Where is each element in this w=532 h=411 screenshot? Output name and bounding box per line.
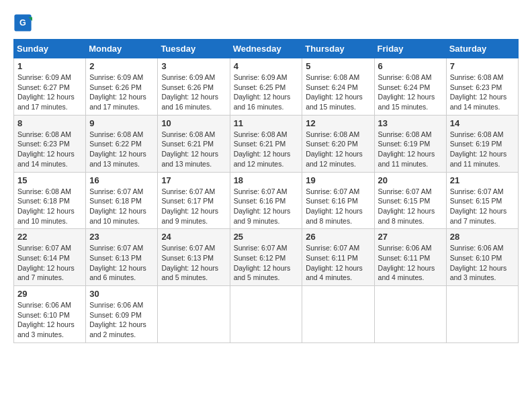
day-info: Sunrise: 6:06 AM Sunset: 6:10 PM Dayligh… — [450, 243, 515, 283]
day-number: 7 — [450, 61, 515, 71]
calendar-day-cell: 17 Sunrise: 6:07 AM Sunset: 6:17 PM Dayl… — [158, 172, 230, 229]
day-number: 2 — [89, 61, 154, 71]
sunrise-label: Sunrise: 6:07 AM — [234, 187, 287, 195]
daylight-label: Daylight: 12 hours — [378, 93, 435, 101]
sunset-label: Sunset: 6:23 PM — [17, 140, 70, 148]
page-header: G — [13, 13, 519, 32]
day-info: Sunrise: 6:08 AM Sunset: 6:23 PM Dayligh… — [17, 130, 82, 169]
daylight-label: Daylight: 12 hours — [234, 93, 291, 101]
daylight-label: Daylight: 12 hours — [234, 150, 291, 158]
sunset-label: Sunset: 6:24 PM — [306, 83, 358, 91]
sunrise-label: Sunrise: 6:07 AM — [306, 187, 359, 195]
calendar-day-cell: 29 Sunrise: 6:06 AM Sunset: 6:10 PM Dayl… — [14, 286, 86, 343]
sunset-label: Sunset: 6:22 PM — [89, 140, 142, 148]
sunrise-label: Sunrise: 6:08 AM — [17, 187, 71, 195]
sunset-label: Sunset: 6:18 PM — [89, 197, 142, 205]
day-info: Sunrise: 6:06 AM Sunset: 6:09 PM Dayligh… — [89, 300, 154, 340]
daylight-minutes: and 9 minutes. — [234, 217, 280, 225]
day-info: Sunrise: 6:07 AM Sunset: 6:13 PM Dayligh… — [161, 243, 226, 283]
daylight-minutes: and 11 minutes. — [450, 160, 500, 168]
sunrise-label: Sunrise: 6:07 AM — [161, 187, 215, 195]
calendar-day-cell: 12 Sunrise: 6:08 AM Sunset: 6:20 PM Dayl… — [302, 115, 374, 172]
sunrise-label: Sunrise: 6:08 AM — [378, 73, 432, 81]
day-number: 9 — [89, 118, 154, 128]
calendar-week-row: 15 Sunrise: 6:08 AM Sunset: 6:18 PM Dayl… — [14, 172, 519, 229]
daylight-minutes: and 15 minutes. — [306, 103, 356, 111]
calendar-week-row: 29 Sunrise: 6:06 AM Sunset: 6:10 PM Dayl… — [14, 286, 519, 343]
day-number: 30 — [89, 289, 154, 299]
calendar-day-cell: 19 Sunrise: 6:07 AM Sunset: 6:16 PM Dayl… — [302, 172, 374, 229]
sunrise-label: Sunrise: 6:09 AM — [161, 73, 215, 81]
daylight-minutes: and 12 minutes. — [306, 160, 356, 168]
day-info: Sunrise: 6:06 AM Sunset: 6:10 PM Dayligh… — [17, 300, 82, 340]
sunrise-label: Sunrise: 6:07 AM — [161, 244, 215, 252]
daylight-label: Daylight: 12 hours — [17, 320, 75, 328]
calendar-day-cell: 10 Sunrise: 6:08 AM Sunset: 6:21 PM Dayl… — [158, 115, 230, 172]
daylight-label: Daylight: 12 hours — [378, 207, 435, 215]
day-info: Sunrise: 6:07 AM Sunset: 6:16 PM Dayligh… — [234, 187, 299, 226]
day-info: Sunrise: 6:07 AM Sunset: 6:17 PM Dayligh… — [161, 187, 226, 226]
day-number: 11 — [234, 118, 299, 128]
sunset-label: Sunset: 6:12 PM — [234, 254, 286, 262]
calendar-week-row: 8 Sunrise: 6:08 AM Sunset: 6:23 PM Dayli… — [14, 115, 519, 172]
day-number: 3 — [161, 61, 226, 71]
day-info: Sunrise: 6:07 AM Sunset: 6:14 PM Dayligh… — [17, 243, 82, 283]
day-info: Sunrise: 6:08 AM Sunset: 6:24 PM Dayligh… — [306, 73, 370, 112]
calendar-header-row: SundayMondayTuesdayWednesdayThursdayFrid… — [14, 40, 519, 58]
day-info: Sunrise: 6:08 AM Sunset: 6:18 PM Dayligh… — [17, 187, 82, 226]
sunset-label: Sunset: 6:10 PM — [450, 254, 502, 262]
daylight-label: Daylight: 12 hours — [450, 150, 507, 158]
daylight-label: Daylight: 12 hours — [234, 264, 291, 272]
sunrise-label: Sunrise: 6:08 AM — [161, 130, 215, 138]
calendar-day-cell: 7 Sunrise: 6:08 AM Sunset: 6:23 PM Dayli… — [446, 58, 518, 116]
sunset-label: Sunset: 6:26 PM — [161, 83, 214, 91]
sunrise-label: Sunrise: 6:06 AM — [17, 301, 71, 309]
daylight-minutes: and 17 minutes. — [17, 103, 68, 111]
day-info: Sunrise: 6:07 AM Sunset: 6:16 PM Dayligh… — [306, 187, 370, 226]
day-number: 6 — [378, 61, 443, 71]
day-info: Sunrise: 6:08 AM Sunset: 6:19 PM Dayligh… — [450, 130, 515, 169]
calendar-day-cell: 9 Sunrise: 6:08 AM Sunset: 6:22 PM Dayli… — [86, 115, 158, 172]
day-info: Sunrise: 6:09 AM Sunset: 6:27 PM Dayligh… — [17, 73, 82, 112]
calendar-day-cell: 14 Sunrise: 6:08 AM Sunset: 6:19 PM Dayl… — [446, 115, 518, 172]
daylight-minutes: and 7 minutes. — [17, 273, 64, 281]
daylight-minutes: and 2 minutes. — [89, 330, 136, 338]
daylight-minutes: and 13 minutes. — [161, 160, 212, 168]
empty-cell — [158, 286, 230, 343]
calendar-day-cell: 25 Sunrise: 6:07 AM Sunset: 6:12 PM Dayl… — [230, 229, 302, 286]
daylight-label: Daylight: 12 hours — [450, 207, 507, 215]
daylight-minutes: and 8 minutes. — [378, 217, 425, 225]
daylight-label: Daylight: 12 hours — [450, 264, 507, 272]
sunrise-label: Sunrise: 6:08 AM — [17, 130, 71, 138]
sunrise-label: Sunrise: 6:06 AM — [378, 244, 432, 252]
sunset-label: Sunset: 6:25 PM — [234, 83, 286, 91]
day-info: Sunrise: 6:08 AM Sunset: 6:23 PM Dayligh… — [450, 73, 515, 112]
daylight-minutes: and 5 minutes. — [234, 273, 280, 281]
sunset-label: Sunset: 6:27 PM — [17, 83, 70, 91]
calendar-day-cell: 24 Sunrise: 6:07 AM Sunset: 6:13 PM Dayl… — [158, 229, 230, 286]
daylight-minutes: and 10 minutes. — [89, 217, 140, 225]
calendar-table: SundayMondayTuesdayWednesdayThursdayFrid… — [13, 39, 519, 343]
day-info: Sunrise: 6:06 AM Sunset: 6:11 PM Dayligh… — [378, 243, 443, 283]
sunrise-label: Sunrise: 6:08 AM — [306, 130, 359, 138]
sunset-label: Sunset: 6:14 PM — [17, 254, 70, 262]
daylight-minutes: and 14 minutes. — [450, 103, 500, 111]
day-number: 10 — [161, 118, 226, 128]
day-info: Sunrise: 6:09 AM Sunset: 6:26 PM Dayligh… — [89, 73, 154, 112]
calendar-day-cell: 2 Sunrise: 6:09 AM Sunset: 6:26 PM Dayli… — [86, 58, 158, 116]
day-info: Sunrise: 6:08 AM Sunset: 6:22 PM Dayligh… — [89, 130, 154, 169]
sunrise-label: Sunrise: 6:06 AM — [89, 301, 143, 309]
day-number: 21 — [450, 175, 515, 185]
calendar-day-cell: 1 Sunrise: 6:09 AM Sunset: 6:27 PM Dayli… — [14, 58, 86, 116]
day-info: Sunrise: 6:07 AM Sunset: 6:11 PM Dayligh… — [306, 243, 370, 283]
sunrise-label: Sunrise: 6:08 AM — [89, 130, 143, 138]
empty-cell — [230, 286, 302, 343]
svg-text:G: G — [19, 18, 26, 28]
day-number: 28 — [450, 232, 515, 242]
day-number: 17 — [161, 175, 226, 185]
daylight-minutes: and 11 minutes. — [378, 160, 429, 168]
sunset-label: Sunset: 6:16 PM — [234, 197, 286, 205]
daylight-label: Daylight: 12 hours — [161, 150, 218, 158]
day-info: Sunrise: 6:08 AM Sunset: 6:24 PM Dayligh… — [378, 73, 443, 112]
day-number: 22 — [17, 232, 82, 242]
